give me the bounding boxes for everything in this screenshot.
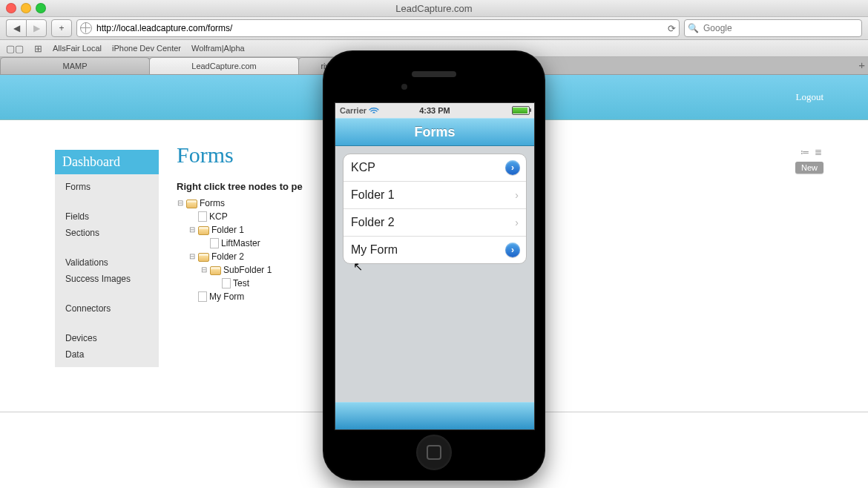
tree-toggle-icon[interactable]: ⊟: [188, 250, 196, 263]
sidebar-item-forms[interactable]: Forms: [55, 179, 159, 195]
chevron-right-icon: ›: [515, 189, 519, 201]
folder-open-icon: [186, 200, 197, 208]
new-tab-button[interactable]: +: [858, 59, 865, 71]
reading-list-icon[interactable]: ▢▢: [6, 43, 24, 54]
ios-bottom-bar: [335, 402, 534, 429]
sidebar-item-sections[interactable]: Sections: [55, 225, 159, 241]
file-icon: [198, 291, 207, 302]
address-bar[interactable]: ⟳: [76, 19, 680, 37]
tree-label: Folder 1: [211, 223, 244, 237]
tree-label: Forms: [200, 197, 225, 210]
sidebar-item-connectors[interactable]: Connectors: [55, 300, 159, 317]
ios-list-label: Folder 2: [351, 216, 395, 229]
sidebar-item-validations[interactable]: Validations: [55, 254, 159, 271]
ios-list-label: My Form: [351, 243, 398, 257]
ios-list-item[interactable]: Folder 1 ›: [343, 181, 526, 208]
view-toggle[interactable]: ≔ ≣: [795, 147, 823, 157]
ios-list-label: KCP: [351, 161, 375, 174]
tab-label: MAMP: [63, 62, 88, 70]
file-icon: [210, 238, 219, 248]
iphone-screen: Carrier 4:33 PM Forms KCP › Folder 1 ›: [335, 102, 535, 430]
tree-label: Test: [233, 277, 249, 290]
logout-link[interactable]: Logout: [795, 91, 823, 103]
forward-button[interactable]: ▶: [26, 19, 47, 37]
sidebar-item-devices[interactable]: Devices: [55, 330, 159, 346]
browser-tab[interactable]: LeadCapture.com: [149, 57, 299, 74]
ios-list-item[interactable]: Folder 2 ›: [343, 208, 526, 236]
status-time: 4:33 PM: [335, 106, 534, 115]
file-icon: [222, 278, 231, 288]
ios-list-item[interactable]: My Form ›: [343, 236, 526, 263]
sidebar-spacer: [55, 317, 159, 330]
battery-icon: [512, 106, 530, 115]
ios-navbar: Forms: [335, 118, 534, 146]
iphone-device-frame: Carrier 4:33 PM Forms KCP › Folder 1 ›: [323, 50, 545, 481]
sidebar-spacer: [55, 195, 159, 208]
browser-toolbar: ◀ ▶ + ⟳ 🔍: [0, 17, 868, 40]
top-sites-icon[interactable]: ⊞: [34, 43, 42, 54]
search-icon: 🔍: [688, 23, 699, 33]
ios-list-item[interactable]: KCP ›: [343, 154, 526, 181]
ios-status-bar: Carrier 4:33 PM: [335, 103, 534, 118]
sidebar-item-fields[interactable]: Fields: [55, 208, 159, 225]
ios-list-label: Folder 1: [351, 188, 395, 202]
tree-label: My Form: [209, 290, 244, 303]
disclosure-detail-icon[interactable]: ›: [505, 243, 520, 257]
iphone-home-button[interactable]: [416, 435, 452, 470]
folder-open-icon: [198, 226, 209, 235]
sidebar-spacer: [55, 241, 159, 254]
bookmark-item[interactable]: iPhone Dev Center: [112, 44, 181, 53]
mac-titlebar: LeadCapture.com: [0, 0, 868, 17]
folder-open-icon: [198, 253, 209, 262]
search-input[interactable]: [702, 22, 858, 34]
sidebar: Dashboard Forms Fields Sections Validati…: [55, 150, 159, 367]
right-controls: ≔ ≣ New: [795, 147, 823, 174]
tab-label: LeadCapture.com: [191, 62, 256, 70]
bookmark-item[interactable]: AllsFair Local: [53, 44, 102, 53]
tree-label: SubFolder 1: [223, 263, 272, 277]
search-bar[interactable]: 🔍: [684, 19, 862, 37]
url-input[interactable]: [95, 22, 665, 34]
back-button[interactable]: ◀: [6, 19, 26, 37]
browser-tab[interactable]: MAMP: [0, 57, 150, 74]
tree-toggle-icon[interactable]: ⊟: [200, 263, 208, 277]
chevron-right-icon: ›: [515, 217, 519, 228]
folder-open-icon: [210, 266, 221, 275]
tree-label: Folder 2: [211, 250, 244, 263]
sidebar-spacer: [55, 287, 159, 300]
ios-nav-title: Forms: [414, 125, 455, 140]
tree-toggle-icon[interactable]: ⊟: [177, 197, 184, 210]
tree-label: LiftMaster: [221, 237, 260, 250]
add-bookmark-button[interactable]: +: [51, 19, 72, 37]
sidebar-header: Dashboard: [55, 150, 159, 174]
tree-label: KCP: [209, 210, 228, 223]
window-title: LeadCapture.com: [0, 3, 868, 14]
sidebar-item-data[interactable]: Data: [55, 346, 159, 363]
site-icon: [80, 22, 92, 34]
iphone-camera: [401, 84, 407, 90]
disclosure-detail-icon[interactable]: ›: [505, 160, 520, 175]
reload-button[interactable]: ⟳: [668, 23, 676, 34]
new-form-button[interactable]: New: [795, 162, 823, 174]
sidebar-item-success-images[interactable]: Success Images: [55, 271, 159, 287]
ios-forms-list: KCP › Folder 1 › Folder 2 › My Form ›: [343, 154, 527, 264]
file-icon: [198, 211, 207, 222]
bookmark-item[interactable]: Wolfram|Alpha: [191, 44, 245, 53]
tree-toggle-icon[interactable]: ⊟: [188, 223, 196, 237]
